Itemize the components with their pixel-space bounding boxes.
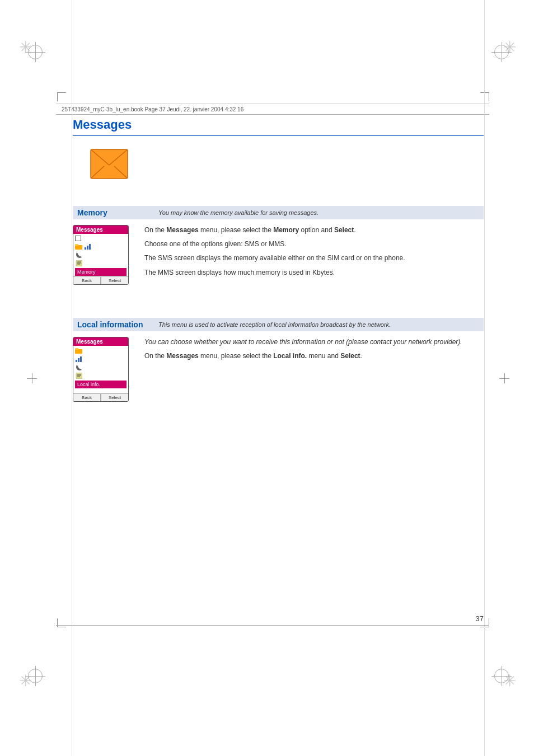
checkbox-icon — [75, 236, 81, 241]
local-info-section-subtitle: This menu is used to activate reception … — [158, 321, 391, 328]
file-info-text: 25T433924_myC-3b_lu_en.book Page 37 Jeud… — [62, 106, 243, 112]
memory-menu-item-4 — [75, 259, 127, 267]
memory-section-title: Memory — [77, 208, 158, 217]
scroll-icon — [75, 260, 82, 266]
local-info-phone-mockup: Messages — [73, 337, 134, 402]
local-info-section-body: Messages — [73, 337, 484, 402]
memory-section: Memory You may know the memory available… — [73, 206, 484, 285]
memory-para-2: Choose one of the options given: SMS or … — [144, 239, 484, 250]
bar-chart-icon-2 — [75, 356, 82, 362]
memory-menu-item-3 — [75, 251, 127, 259]
svg-rect-8 — [87, 246, 88, 250]
local-info-para-1: You can choose whether you want to recei… — [144, 337, 484, 348]
bar-chart-icon — [84, 243, 91, 250]
local-info-bold-localinfo: Local info. — [273, 352, 307, 360]
svg-rect-5 — [75, 245, 82, 250]
local-info-menu-item-4 — [75, 372, 127, 380]
svg-rect-6 — [75, 244, 78, 246]
local-info-back-btn: Back — [73, 394, 101, 401]
local-info-select-btn: Select — [101, 394, 128, 401]
memory-para-4: The MMS screen displays how much memory … — [144, 267, 484, 278]
svg-rect-9 — [89, 244, 91, 250]
mid-cross-left — [27, 373, 37, 383]
memory-phone-buttons: Back Select — [73, 276, 128, 284]
memory-select-btn: Select — [101, 277, 128, 284]
memory-phone-title: Messages — [73, 226, 128, 234]
local-info-menu-item-3 — [75, 363, 127, 372]
memory-phone-screen: Messages — [73, 225, 129, 285]
phone-icon-small-2 — [75, 364, 82, 370]
memory-bold-memory: Memory — [273, 226, 299, 234]
registration-circle-tl — [28, 45, 43, 59]
local-info-menu-item-2 — [75, 355, 127, 363]
local-info-phone-screen: Messages — [73, 337, 129, 402]
local-info-section-header: Local information This menu is used to a… — [73, 318, 484, 331]
page-title: Messages — [73, 118, 484, 136]
envelope-icon — [90, 148, 129, 180]
page-number: 37 — [476, 614, 484, 623]
content-bottom-line — [56, 625, 489, 626]
memory-phone-content: Memory — [73, 234, 128, 276]
local-info-bold-select: Select — [340, 352, 360, 360]
local-info-para-2: On the Messages menu, please select the … — [144, 351, 484, 361]
memory-bold-select: Select — [334, 226, 354, 234]
svg-rect-7 — [85, 247, 86, 250]
memory-back-btn: Back — [73, 277, 101, 284]
svg-rect-14 — [75, 348, 78, 350]
registration-circle-br — [494, 669, 509, 683]
cut-mark-bl — [57, 618, 66, 627]
memory-section-header: Memory You may know the memory available… — [73, 206, 484, 219]
memory-phone-mockup: Messages — [73, 225, 134, 285]
folder-icon — [75, 243, 82, 250]
memory-section-subtitle: You may know the memory available for sa… — [158, 209, 318, 216]
mid-cross-right — [499, 373, 509, 383]
local-info-phone-buttons: Back Select — [73, 393, 128, 401]
local-info-section-title: Local information — [77, 320, 158, 329]
file-info-bar: 25T433924_myC-3b_lu_en.book Page 37 Jeud… — [56, 104, 489, 115]
memory-bold-messages: Messages — [166, 226, 198, 234]
svg-rect-13 — [75, 349, 82, 354]
memory-menu-item-2 — [75, 242, 127, 251]
memory-menu-item-1 — [75, 234, 127, 242]
cut-mark-tl — [57, 92, 66, 101]
memory-para-1: On the Messages menu, please select the … — [144, 225, 484, 236]
scroll-icon-2 — [75, 373, 82, 379]
svg-rect-17 — [80, 356, 82, 362]
content-top-line — [56, 104, 489, 104]
svg-rect-16 — [78, 358, 79, 362]
memory-section-body: Messages — [73, 225, 484, 285]
local-info-bold-messages: Messages — [166, 352, 198, 360]
registration-circle-bl — [28, 669, 43, 683]
local-info-phone-title: Messages — [73, 337, 128, 346]
phone-icon-small — [75, 252, 82, 258]
memory-menu-item-selected: Memory — [75, 268, 127, 276]
memory-para-3: The SMS screen displays the memory avail… — [144, 253, 484, 264]
local-info-text-content: You can choose whether you want to recei… — [144, 337, 484, 402]
cut-mark-tr — [480, 92, 489, 101]
memory-text-content: On the Messages menu, please select the … — [144, 225, 484, 285]
local-info-menu-item-1 — [75, 346, 127, 355]
local-info-phone-content: Local info. — [73, 346, 128, 393]
local-info-menu-item-selected: Local info. — [75, 381, 127, 388]
envelope-icon-area — [90, 148, 129, 181]
svg-rect-15 — [76, 360, 77, 362]
folder-icon-2 — [75, 348, 82, 354]
local-info-section: Local information This menu is used to a… — [73, 318, 484, 402]
page-title-area: Messages — [73, 118, 484, 136]
registration-circle-tr — [494, 45, 509, 59]
